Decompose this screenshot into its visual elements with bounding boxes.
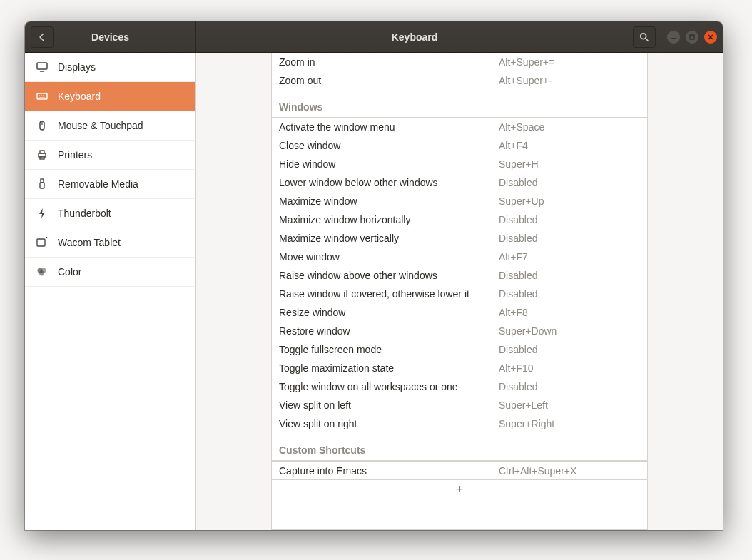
keyboard-icon xyxy=(36,91,48,102)
shortcut-label: Raise window above other windows xyxy=(279,270,499,281)
shortcuts-panel: Zoom inAlt+Super+=Zoom outAlt+Super+-Win… xyxy=(271,53,648,530)
titlebar: Devices Keyboard xyxy=(25,21,723,53)
shortcut-value: Alt+F8 xyxy=(499,307,528,318)
search-button[interactable] xyxy=(633,26,656,48)
printer-icon xyxy=(36,149,48,161)
maximize-button[interactable] xyxy=(686,31,698,44)
shortcut-value: Disabled xyxy=(499,214,537,225)
shortcut-row[interactable]: Lower window below other windowsDisabled xyxy=(272,173,647,192)
shortcut-row[interactable]: Hide windowSuper+H xyxy=(272,155,647,173)
tablet-icon xyxy=(36,237,48,248)
shortcut-row[interactable]: Toggle fullscreen modeDisabled xyxy=(272,340,647,359)
sidebar-item-printers[interactable]: Printers xyxy=(25,141,195,170)
shortcut-value: Disabled xyxy=(499,270,537,281)
shortcut-row[interactable]: Close windowAlt+F4 xyxy=(272,136,647,155)
shortcut-label: Resize window xyxy=(279,307,499,318)
shortcut-value: Alt+Space xyxy=(499,121,544,133)
svg-rect-3 xyxy=(690,35,694,39)
shortcut-value: Super+Right xyxy=(499,418,554,429)
svg-point-24 xyxy=(39,271,44,276)
shortcut-label: Raise window if covered, otherwise lower… xyxy=(279,288,499,300)
shortcut-value: Alt+Super+- xyxy=(499,75,552,86)
sidebar-item-label: Removable Media xyxy=(58,178,138,190)
svg-rect-16 xyxy=(40,151,44,153)
shortcut-label: Maximize window xyxy=(279,195,499,207)
sidebar: DisplaysKeyboardMouse & TouchpadPrinters… xyxy=(25,53,196,530)
svg-rect-18 xyxy=(41,179,44,183)
shortcut-value: Disabled xyxy=(499,288,537,300)
back-button[interactable] xyxy=(31,26,54,48)
shortcut-value: Ctrl+Alt+Super+X xyxy=(499,465,576,477)
chevron-left-icon xyxy=(38,33,46,41)
shortcut-row[interactable]: Toggle window on all workspaces or oneDi… xyxy=(272,377,647,396)
usb-icon xyxy=(36,178,48,190)
shortcut-label: Zoom in xyxy=(279,56,499,68)
main-content[interactable]: Zoom inAlt+Super+=Zoom outAlt+Super+-Win… xyxy=(196,53,723,530)
maximize-icon xyxy=(689,34,695,40)
shortcut-value: Alt+F4 xyxy=(499,140,528,151)
sidebar-item-wacom-tablet[interactable]: Wacom Tablet xyxy=(25,228,195,258)
shortcut-row[interactable]: Restore windowSuper+Down xyxy=(272,322,647,340)
sidebar-item-keyboard[interactable]: Keyboard xyxy=(25,82,195,111)
shortcut-row[interactable]: Toggle maximization stateAlt+F10 xyxy=(272,359,647,377)
shortcut-row[interactable]: Maximize window horizontallyDisabled xyxy=(272,210,647,229)
shortcut-label: Zoom out xyxy=(279,75,499,86)
section-header: Custom Shortcuts xyxy=(272,433,647,461)
sidebar-item-label: Printers xyxy=(58,149,92,161)
thunderbolt-icon xyxy=(36,208,48,219)
shortcut-row[interactable]: Activate the window menuAlt+Space xyxy=(272,118,647,136)
shortcut-value: Super+H xyxy=(499,158,539,170)
shortcut-row[interactable]: View split on rightSuper+Right xyxy=(272,414,647,433)
shortcut-label: Toggle window on all workspaces or one xyxy=(279,381,499,392)
shortcut-label: Toggle fullscreen mode xyxy=(279,344,499,355)
shortcut-row[interactable]: Zoom inAlt+Super+= xyxy=(272,53,647,71)
sidebar-item-label: Keyboard xyxy=(58,91,101,102)
shortcut-label: Activate the window menu xyxy=(279,121,499,133)
shortcut-value: Super+Up xyxy=(499,195,544,207)
svg-rect-8 xyxy=(37,93,47,99)
window-body: DisplaysKeyboardMouse & TouchpadPrinters… xyxy=(25,53,723,530)
minimize-icon xyxy=(671,34,676,40)
sidebar-item-removable-media[interactable]: Removable Media xyxy=(25,170,195,199)
shortcut-row[interactable]: Move windowAlt+F7 xyxy=(272,248,647,266)
shortcut-value: Disabled xyxy=(499,344,537,355)
shortcut-value: Alt+Super+= xyxy=(499,56,554,68)
shortcut-label: Hide window xyxy=(279,158,499,170)
shortcut-value: Super+Left xyxy=(499,399,548,411)
shortcut-label: Capture into Emacs xyxy=(279,465,499,477)
add-shortcut-button[interactable]: + xyxy=(272,479,647,499)
shortcut-label: View split on left xyxy=(279,399,499,411)
shortcut-row[interactable]: Maximize windowSuper+Up xyxy=(272,192,647,210)
sidebar-item-label: Color xyxy=(58,266,81,278)
shortcut-row[interactable]: Raise window if covered, otherwise lower… xyxy=(272,285,647,303)
mouse-icon xyxy=(36,120,48,131)
shortcut-label: Close window xyxy=(279,140,499,151)
sidebar-item-color[interactable]: Color xyxy=(25,258,195,287)
shortcut-label: Toggle maximization state xyxy=(279,362,499,374)
shortcut-label: Maximize window horizontally xyxy=(279,214,499,225)
close-button[interactable] xyxy=(704,31,717,44)
sidebar-item-label: Wacom Tablet xyxy=(58,237,121,248)
svg-point-12 xyxy=(43,95,44,96)
svg-rect-19 xyxy=(40,183,44,188)
svg-rect-17 xyxy=(40,156,44,159)
shortcut-value: Alt+F10 xyxy=(499,362,534,374)
shortcut-row[interactable]: Resize windowAlt+F8 xyxy=(272,303,647,322)
shortcut-row[interactable]: Zoom outAlt+Super+- xyxy=(272,71,647,90)
shortcut-row[interactable]: Capture into EmacsCtrl+Alt+Super+X xyxy=(272,461,647,479)
shortcut-row[interactable]: Raise window above other windowsDisabled xyxy=(272,266,647,285)
svg-point-11 xyxy=(41,95,41,96)
shortcut-row[interactable]: View split on leftSuper+Left xyxy=(272,396,647,414)
titlebar-left: Devices xyxy=(25,21,196,52)
sidebar-item-thunderbolt[interactable]: Thunderbolt xyxy=(25,199,195,228)
color-icon xyxy=(36,266,48,278)
settings-window: Devices Keyboard DisplaysKeyboardMouse &… xyxy=(25,21,723,530)
display-icon xyxy=(36,61,48,73)
section-header: Windows xyxy=(272,90,647,118)
svg-point-0 xyxy=(641,33,646,39)
sidebar-item-mouse-touchpad[interactable]: Mouse & Touchpad xyxy=(25,111,195,141)
shortcut-label: Restore window xyxy=(279,325,499,337)
shortcut-row[interactable]: Maximize window verticallyDisabled xyxy=(272,229,647,248)
sidebar-item-displays[interactable]: Displays xyxy=(25,53,195,82)
minimize-button[interactable] xyxy=(667,31,680,44)
